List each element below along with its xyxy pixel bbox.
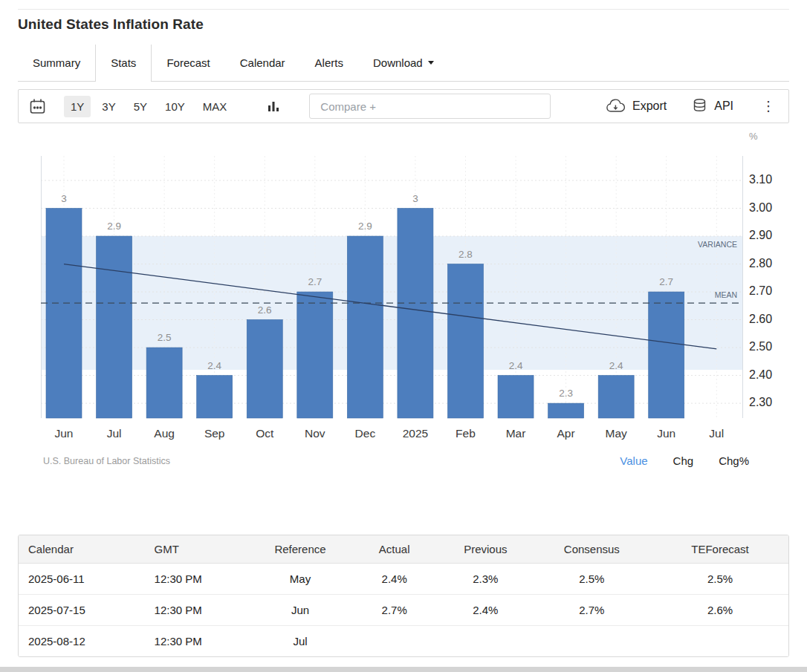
x-tick-label: 2025	[403, 427, 428, 440]
y-tick-label: 2.30	[749, 396, 772, 409]
x-tick-label: Aug	[154, 427, 175, 440]
bar-value-label: 2.8	[458, 249, 473, 260]
bar-Aug[interactable]	[146, 348, 182, 418]
table-row[interactable]: 2025-07-1512:30 PMJun2.7%2.4%2.7%2.6%	[19, 595, 788, 626]
x-tick-label: Mar	[506, 427, 526, 440]
x-tick-label: Feb	[456, 427, 476, 440]
table-row[interactable]: 2025-08-1212:30 PMJul	[19, 626, 788, 657]
table-row[interactable]: 2025-06-1112:30 PMMay2.4%2.3%2.5%2.5%	[19, 564, 788, 595]
y-tick-label: 2.40	[749, 368, 772, 382]
table-cell: 2.5%	[532, 564, 652, 595]
y-tick-label: 2.50	[749, 340, 772, 353]
api-label: API	[714, 100, 733, 113]
calendar-table: CalendarGMTReferenceActualPreviousConsen…	[18, 535, 789, 657]
x-tick-label: May	[606, 427, 628, 440]
bar-value-label: 2.5	[158, 332, 172, 343]
col-header-actual: Actual	[349, 535, 439, 564]
toolbar-actions: Export API ⋮	[606, 98, 778, 114]
bar-Dec[interactable]	[347, 236, 383, 418]
x-tick-label: Sep	[204, 427, 225, 440]
bar-value-label: 2.4	[207, 360, 221, 371]
bar-2025[interactable]	[398, 209, 433, 418]
calendar-icon[interactable]	[29, 98, 46, 115]
bar-value-label: 2.9	[107, 221, 121, 232]
bar-Nov[interactable]	[297, 292, 333, 418]
table-cell	[349, 626, 439, 657]
bar-May[interactable]	[598, 376, 634, 418]
x-tick-label: Dec	[355, 427, 376, 440]
chart-footer: U.S. Bureau of Labor Statistics Value Ch…	[43, 454, 749, 467]
table-cell: 2.4%	[439, 595, 532, 626]
bottom-section-edge	[0, 667, 807, 672]
table-cell: May	[251, 564, 350, 595]
table-cell: 2025-06-11	[19, 564, 145, 595]
table-cell: 2025-07-15	[19, 595, 145, 626]
top-divider	[18, 9, 789, 10]
bar-Sep[interactable]	[197, 376, 233, 418]
compare-input[interactable]	[309, 94, 551, 119]
bar-value-label: 2.4	[609, 360, 623, 371]
series-mode-toggles: Value Chg Chg%	[620, 454, 749, 467]
bar-value-label: 2.3	[559, 388, 573, 399]
range-1y-button[interactable]: 1Y	[64, 96, 91, 117]
tab-summary[interactable]: Summary	[18, 45, 95, 81]
table-cell: 2.3%	[439, 564, 532, 595]
bar-Jun[interactable]	[649, 292, 684, 418]
tab-alerts[interactable]: Alerts	[300, 45, 358, 81]
export-button[interactable]: Export	[606, 99, 667, 114]
bar-Apr[interactable]	[548, 403, 584, 418]
bar-Jul[interactable]	[97, 236, 132, 418]
x-tick-label: Nov	[305, 427, 325, 440]
x-tick-label: Oct	[256, 427, 274, 440]
tab-forecast[interactable]: Forecast	[152, 45, 224, 81]
table-cell	[439, 626, 532, 657]
x-tick-label: Jul	[107, 427, 122, 440]
chart-toolbar: 1Y 3Y 5Y 10Y MAX Export	[18, 89, 789, 123]
bar-value-label: 2.6	[258, 304, 272, 316]
bar-chart-icon[interactable]	[266, 99, 281, 114]
x-tick-label: Apr	[557, 427, 575, 440]
tab-download-label: Download	[373, 56, 423, 69]
table-cell: 2.7%	[349, 595, 439, 626]
col-header-consensus: Consensus	[532, 535, 652, 564]
bar-Mar[interactable]	[498, 376, 534, 418]
y-tick-label: 3.00	[749, 201, 772, 215]
variance-label: VARIANCE	[698, 240, 737, 249]
table-cell: 2.5%	[652, 564, 788, 595]
y-tick-label: 2.90	[749, 229, 772, 242]
range-max-button[interactable]: MAX	[196, 96, 234, 117]
bar-chart-plot[interactable]: 3Jun2.9Jul2.5Aug2.4Sep2.6Oct2.7Nov2.9Dec…	[41, 156, 743, 462]
col-header-reference: Reference	[251, 535, 350, 564]
range-3y-button[interactable]: 3Y	[95, 96, 122, 117]
source-attribution: U.S. Bureau of Labor Statistics	[43, 456, 170, 466]
tab-stats[interactable]: Stats	[95, 45, 152, 81]
table-cell: 12:30 PM	[145, 564, 251, 595]
bar-Oct[interactable]	[247, 320, 282, 418]
cloud-download-icon	[606, 99, 626, 114]
table-cell: 2025-08-12	[19, 626, 145, 657]
bar-Feb[interactable]	[447, 264, 483, 418]
col-header-gmt: GMT	[145, 535, 251, 564]
bar-Jun[interactable]	[46, 209, 82, 418]
page-title: United States Inflation Rate	[18, 16, 204, 33]
col-header-previous: Previous	[439, 535, 532, 564]
bar-value-label: 3	[412, 193, 418, 204]
table-cell: 2.7%	[532, 595, 652, 626]
table-cell	[532, 626, 652, 657]
api-button[interactable]: API	[692, 98, 733, 114]
range-selector: 1Y 3Y 5Y 10Y MAX	[64, 96, 233, 117]
x-tick-label: Jul	[709, 427, 724, 440]
tab-calendar[interactable]: Calendar	[225, 45, 300, 81]
toggle-chg-pct[interactable]: Chg%	[719, 454, 749, 467]
kebab-icon[interactable]: ⋮	[759, 98, 778, 114]
range-10y-button[interactable]: 10Y	[158, 96, 192, 117]
mean-label: MEAN	[715, 290, 737, 299]
table-cell: 2.4%	[349, 564, 439, 595]
table-cell: 2.6%	[652, 595, 788, 626]
range-5y-button[interactable]: 5Y	[127, 96, 154, 117]
tab-download[interactable]: Download	[358, 45, 449, 81]
bar-value-label: 2.7	[659, 276, 673, 287]
calendar-table-header: CalendarGMTReferenceActualPreviousConsen…	[19, 535, 788, 564]
toggle-chg[interactable]: Chg	[673, 454, 694, 467]
toggle-value[interactable]: Value	[620, 454, 647, 467]
